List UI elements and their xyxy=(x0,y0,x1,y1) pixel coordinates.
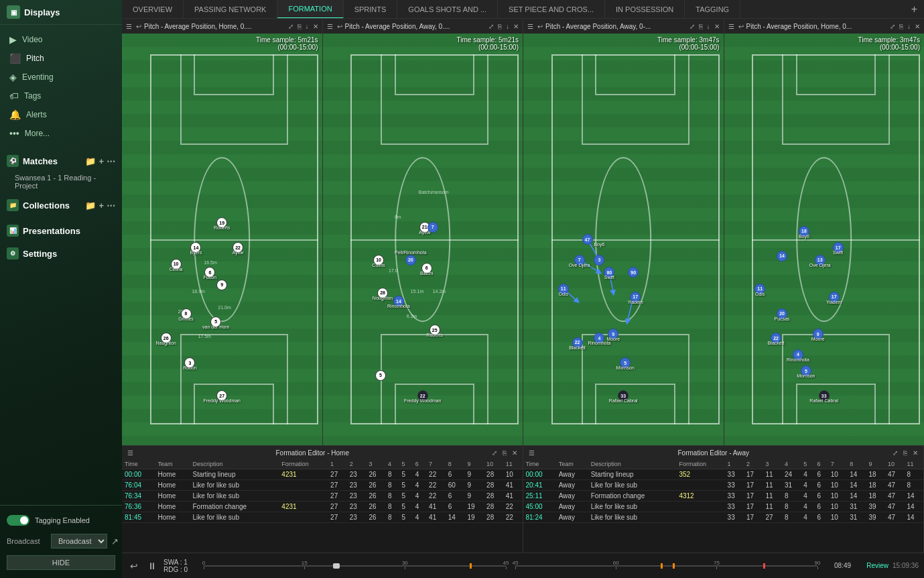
broadcast-select[interactable]: Broadcast xyxy=(51,534,107,548)
ft-away-copy-icon[interactable]: ⎘ xyxy=(902,449,909,457)
tags-icon: 🏷 xyxy=(9,91,19,101)
broadcast-link-icon[interactable]: ↗ xyxy=(111,536,119,546)
undo-button[interactable]: ↩ xyxy=(127,561,141,571)
panel2-undo-icon[interactable]: ↩ xyxy=(336,23,344,30)
sidebar-section-matches: ⚽ Matches 📁 + ⋯ Swansea 1 - 1 Reading - … xyxy=(0,151,122,192)
tagging-toggle[interactable] xyxy=(7,515,29,526)
panel3-undo-icon[interactable]: ↩ xyxy=(536,23,544,30)
tab-passing[interactable]: PASSING NETWORK xyxy=(184,0,277,19)
tab-goals[interactable]: GOALS SHOTS AND ... xyxy=(397,0,498,19)
panel4-expand-icon[interactable]: ⤢ xyxy=(888,23,897,30)
tab-setpiece[interactable]: SET PIECE AND CROS... xyxy=(498,0,605,19)
sidebar-item-eventing[interactable]: ◈ Eventing xyxy=(0,68,122,86)
tab-formation[interactable]: FORMATION xyxy=(277,0,343,19)
panel1-copy-icon[interactable]: ⎘ xyxy=(296,23,303,30)
pitch-canvas-1: Time sample: 5m21s (00:00-15:00) 27 Fred… xyxy=(122,34,322,445)
panel3-expand-icon[interactable]: ⤢ xyxy=(688,23,696,30)
panel2-close-icon[interactable]: ✕ xyxy=(512,23,520,30)
matches-section-header[interactable]: ⚽ Matches 📁 + ⋯ xyxy=(0,151,122,171)
ft-home-copy-icon[interactable]: ⎘ xyxy=(501,449,508,457)
timeline-track-1[interactable]: 0 15 30 45 xyxy=(204,563,506,569)
player-2-4[interactable]: 20 xyxy=(405,255,416,266)
pitch-area: ☰ ↩ Pitch - Average Position, Home, 0...… xyxy=(122,19,924,445)
tab-tagging[interactable]: TAGGING xyxy=(685,0,740,19)
panel3-copy-icon[interactable]: ⎘ xyxy=(698,23,704,30)
tab-possession[interactable]: IN POSSESSION xyxy=(605,0,685,19)
sidebar-item-more[interactable]: ••• More... xyxy=(0,124,122,143)
player-3-3[interactable]: 47 xyxy=(582,234,593,245)
table-row[interactable]: 20:41AwayLike for like sub33171131461014… xyxy=(523,480,924,491)
table-row[interactable]: 76:36HomeFormation change423127232685441… xyxy=(122,502,523,512)
table-row[interactable]: 25:11AwayFormation change431233171184610… xyxy=(523,491,924,502)
panel1-close-icon[interactable]: ✕ xyxy=(312,23,320,30)
table-row[interactable]: 00:00AwayStarting lineup3523317112446101… xyxy=(523,469,924,480)
ft-home-title: Formation Editor - Home xyxy=(137,449,488,457)
sidebar-item-alerts[interactable]: 🔔 Alerts xyxy=(0,105,122,124)
tab-overview[interactable]: OVERVIEW xyxy=(122,0,184,19)
panel2-download-icon[interactable]: ↓ xyxy=(505,23,511,30)
player-2-1[interactable]: 5 xyxy=(375,370,386,381)
player-4-3[interactable]: 14 xyxy=(777,251,787,262)
match-item[interactable]: Swansea 1 - 1 Reading - Project xyxy=(0,171,122,192)
panel4-title: Pitch - Average Position, Home, 0... xyxy=(746,23,888,30)
ft-home-menu-icon[interactable]: ☰ xyxy=(126,449,135,457)
timeline-marker-1[interactable] xyxy=(333,563,340,569)
col-time-home: Time xyxy=(122,459,155,469)
panel4-close-icon[interactable]: ✕ xyxy=(913,23,921,30)
collections-section-header[interactable]: 📁 Collections 📁 + ⋯ xyxy=(0,195,122,215)
matches-menu-icon[interactable]: ⋯ xyxy=(107,156,115,166)
panel2-menu-icon[interactable]: ☰ xyxy=(326,23,334,30)
sidebar-item-video[interactable]: ▶ Video xyxy=(0,30,122,49)
collections-folder-icon[interactable]: 📁 xyxy=(85,200,96,211)
player-3-11[interactable]: 3 xyxy=(594,255,604,266)
panel1-undo-icon[interactable]: ↩ xyxy=(135,23,143,30)
table-row[interactable]: 76:04HomeLike for like sub27232685422609… xyxy=(122,480,523,491)
tab-sprints[interactable]: SPRINTS xyxy=(344,0,398,19)
play-pause-button[interactable]: ⏸ xyxy=(145,561,159,571)
table-row[interactable]: 81:24AwayLike for like sub33172784610313… xyxy=(523,512,924,523)
panel3-close-icon[interactable]: ✕ xyxy=(713,23,721,30)
panel2-expand-icon[interactable]: ⤢ xyxy=(487,23,495,30)
ft-away-expand-icon[interactable]: ⤢ xyxy=(891,449,899,457)
presentations-item[interactable]: 📊 Presentations xyxy=(0,221,122,241)
ft-home-close-icon[interactable]: ✕ xyxy=(511,449,519,457)
timeline-track-2[interactable]: 45 60 75 90 xyxy=(515,563,817,569)
pitch-toolbar-2: ☰ ↩ Pitch - Average Position, Away, 0...… xyxy=(323,19,523,34)
panel1-download-icon[interactable]: ↓ xyxy=(304,23,310,30)
ft-away-close-icon[interactable]: ✕ xyxy=(911,449,919,457)
panel3-download-icon[interactable]: ↓ xyxy=(706,23,712,30)
settings-item[interactable]: ⚙ Settings xyxy=(0,243,122,264)
ft-away-menu-icon[interactable]: ☰ xyxy=(527,449,536,457)
collections-menu-icon[interactable]: ⋯ xyxy=(107,200,115,211)
pitch-canvas-2: Time sample: 5m21s (00:00-15:00) 22 Fred… xyxy=(323,34,523,445)
table-row[interactable]: 00:00HomeStarting lineup4231272326854226… xyxy=(122,469,523,480)
table-row[interactable]: 81:45HomeLike for like sub27232685441141… xyxy=(122,512,523,523)
panel4-download-icon[interactable]: ↓ xyxy=(906,23,912,30)
tagging-toggle-row: Tagging Enabled xyxy=(0,511,122,530)
panel1-menu-icon[interactable]: ☰ xyxy=(125,23,133,30)
table-row[interactable]: 76:34HomeLike for like sub27232685422692… xyxy=(122,491,523,502)
collections-add-icon[interactable]: + xyxy=(98,200,104,211)
hide-button[interactable]: HIDE xyxy=(7,555,115,570)
col-10-away: 10 xyxy=(885,459,904,469)
ft-home-expand-icon[interactable]: ⤢ xyxy=(490,449,499,457)
player-3-5[interactable]: 90 xyxy=(628,267,639,278)
pitch-center-circle-3 xyxy=(595,157,651,322)
sidebar-item-tags[interactable]: 🏷 Tags xyxy=(0,86,122,105)
panel4-menu-icon[interactable]: ☰ xyxy=(727,23,736,30)
panel4-copy-icon[interactable]: ⎘ xyxy=(898,23,905,30)
matches-add-icon[interactable]: + xyxy=(98,156,104,166)
sidebar-item-pitch[interactable]: ⬛ Pitch xyxy=(0,49,122,68)
pitch-panel-2: ☰ ↩ Pitch - Average Position, Away, 0...… xyxy=(323,19,524,445)
pitch-small-box-top-3 xyxy=(595,54,675,95)
tab-add-button[interactable]: + xyxy=(905,3,924,15)
matches-folder-icon[interactable]: 📁 xyxy=(85,156,96,166)
panel1-expand-icon[interactable]: ⤢ xyxy=(287,23,295,30)
panel2-copy-icon[interactable]: ⎘ xyxy=(497,23,503,30)
player-1-7[interactable]: 9 xyxy=(216,280,227,290)
tick-45b: 45 xyxy=(515,567,516,569)
panel3-menu-icon[interactable]: ☰ xyxy=(526,23,535,30)
table-row[interactable]: 45:00AwayLike for like sub33171184610313… xyxy=(523,502,924,512)
panel4-undo-icon[interactable]: ↩ xyxy=(737,23,745,30)
timeline-review: Review xyxy=(855,562,888,569)
